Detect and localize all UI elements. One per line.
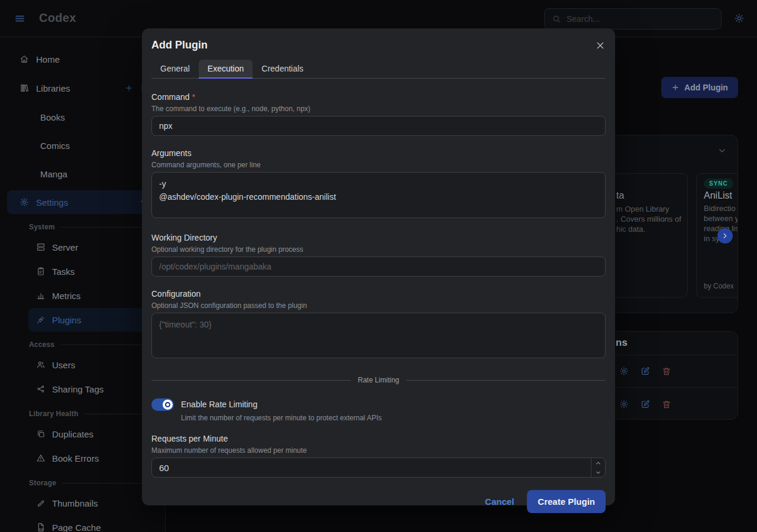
bar-chart-icon [36, 291, 46, 300]
users-icon [36, 360, 46, 369]
arguments-label: Arguments [151, 148, 606, 158]
copy-icon [36, 429, 46, 439]
cancel-button[interactable]: Cancel [485, 497, 514, 507]
enable-rate-limiting-description: Limit the number of requests per minute … [181, 413, 382, 423]
sidebar-item-settings[interactable]: Settings [7, 190, 165, 214]
gear-icon[interactable] [619, 366, 629, 376]
sidebar-item-label: Books [40, 112, 65, 122]
requests-per-minute-input[interactable] [152, 458, 591, 477]
modal-header: Add Plugin [142, 28, 615, 51]
brush-icon [36, 498, 46, 508]
search-box[interactable] [544, 8, 722, 30]
edit-pencil-icon[interactable] [640, 400, 650, 409]
plugin-card-title: ta [616, 190, 681, 201]
modal-tabs: General Execution Credentials [151, 60, 606, 79]
rate-limiting-divider: Rate Limiting [151, 376, 606, 384]
server-icon [36, 242, 46, 252]
sidebar-item-comics[interactable]: Comics [0, 134, 165, 157]
arguments-hint: Command arguments, one per line [151, 160, 606, 170]
add-plugin-button[interactable]: Add Plugin [661, 77, 738, 98]
sidebar-item-tasks[interactable]: Tasks [0, 259, 165, 283]
sidebar-item-server[interactable]: Server [0, 235, 165, 259]
app-title: Codex [39, 11, 76, 25]
sidebar-section-system: System [0, 223, 165, 231]
configuration-label: Configuration [151, 289, 606, 299]
configuration-field-group: Configuration Optional JSON configuratio… [151, 289, 606, 361]
sidebar-section-access: Access [0, 340, 165, 349]
modal-title: Add Plugin [151, 39, 208, 51]
working-directory-hint: Optional working directory for the plugi… [151, 245, 606, 255]
edit-pencil-icon[interactable] [640, 366, 650, 376]
sidebar-item-label: Server [52, 242, 78, 252]
share-icon [36, 384, 46, 394]
close-icon[interactable] [595, 40, 606, 51]
tab-credentials[interactable]: Credentials [253, 60, 312, 79]
command-label: Command* [151, 92, 606, 102]
sidebar-item-page-cache[interactable]: PDF Page Cache [0, 515, 165, 532]
sync-badge: SYNC [704, 179, 733, 189]
svg-text:PDF: PDF [39, 528, 44, 531]
pdf-file-icon: PDF [36, 523, 46, 532]
sidebar-item-home[interactable]: Home [0, 47, 165, 71]
working-directory-input[interactable] [151, 257, 606, 277]
sidebar-item-label: Sharing Tags [52, 384, 103, 394]
sidebar-item-books[interactable]: Books [0, 105, 165, 129]
sidebar-item-book-errors[interactable]: Book Errors [0, 446, 165, 470]
spinner-down-icon[interactable] [591, 468, 605, 477]
hamburger-menu-icon[interactable] [14, 13, 25, 24]
sidebar-item-label: Book Errors [52, 453, 99, 463]
gear-icon [20, 197, 29, 207]
sidebar-section-library-health: Library Health [0, 410, 165, 418]
modal-footer: Cancel Create Plugin [142, 490, 615, 523]
sidebar-item-label: Settings [36, 197, 68, 207]
sidebar-item-thumbnails[interactable]: Thumbnails [0, 491, 165, 515]
number-spinner [591, 458, 605, 477]
sidebar-item-label: Home [36, 54, 60, 64]
chevron-down-icon[interactable] [717, 146, 727, 155]
command-hint: The command to execute (e.g., node, pyth… [151, 104, 606, 114]
command-field-group: Command* The command to execute (e.g., n… [151, 92, 606, 136]
plugin-card-title: AniList [704, 190, 732, 201]
create-plugin-button[interactable]: Create Plugin [527, 490, 606, 513]
sidebar-item-users[interactable]: Users [0, 353, 165, 377]
sidebar-item-manga[interactable]: Manga [0, 162, 165, 186]
sidebar-item-label: Thumbnails [52, 498, 98, 508]
theme-toggle-sun-icon[interactable] [734, 13, 745, 24]
plugin-card-description: m Open Library . Covers millions of hic … [616, 204, 681, 234]
home-icon [20, 54, 29, 64]
trash-icon[interactable] [662, 366, 671, 376]
working-directory-label: Working Directory [151, 233, 606, 243]
sidebar-item-label: Duplicates [52, 429, 93, 439]
sidebar-item-metrics[interactable]: Metrics [0, 284, 165, 307]
trash-icon[interactable] [662, 400, 671, 409]
sidebar-item-libraries[interactable]: Libraries [0, 76, 165, 100]
tab-general[interactable]: General [151, 60, 199, 79]
plus-icon [671, 83, 680, 92]
sidebar-item-label: Page Cache [52, 523, 101, 532]
gear-icon[interactable] [619, 400, 629, 409]
configuration-textarea[interactable] [151, 313, 606, 358]
sidebar-item-sharing-tags[interactable]: Sharing Tags [0, 377, 165, 401]
add-library-plus-icon[interactable] [125, 84, 133, 92]
tab-execution[interactable]: Execution [199, 60, 253, 79]
carousel-next-button[interactable] [717, 228, 733, 244]
installed-plugins-title: ns [616, 337, 627, 349]
command-input[interactable] [151, 116, 606, 136]
search-input[interactable] [567, 14, 714, 24]
requests-per-minute-hint: Maximum number of requests allowed per m… [151, 446, 606, 456]
enable-rate-limiting-toggle[interactable] [151, 398, 174, 411]
required-asterisk: * [192, 92, 195, 102]
library-icon [20, 83, 29, 93]
sidebar-item-duplicates[interactable]: Duplicates [0, 422, 165, 446]
plugin-card-byline: by Codex [704, 282, 734, 290]
plug-icon [36, 315, 46, 325]
spinner-up-icon[interactable] [591, 458, 605, 468]
arguments-textarea[interactable]: -y @ashdev/codex-plugin-recommendations-… [151, 172, 606, 218]
sidebar-item-label: Comics [40, 141, 70, 151]
rate-limiting-divider-label: Rate Limiting [358, 376, 399, 384]
sidebar-item-label: Users [52, 360, 75, 370]
working-directory-field-group: Working Directory Optional working direc… [151, 233, 606, 277]
sidebar-item-label: Plugins [52, 315, 81, 325]
configuration-hint: Optional JSON configuration passed to th… [151, 301, 606, 311]
enable-rate-limiting-row: Enable Rate Limiting Limit the number of… [151, 398, 606, 423]
